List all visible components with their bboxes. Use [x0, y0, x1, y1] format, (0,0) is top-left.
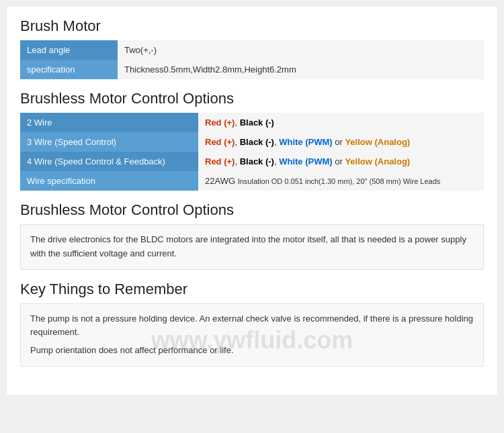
key-things-title: Key Things to Remember: [20, 281, 484, 298]
red-text: Red (+): [205, 156, 235, 166]
key-things-box: The pump is not a pressure holding devic…: [20, 303, 484, 367]
wire-value-2: Red (+), Black (-): [198, 113, 484, 132]
wire-value-3: Red (+), Black (-), White (PWM) or Yello…: [198, 132, 484, 152]
black-text: Black (-): [240, 156, 274, 166]
white-text: White (PWM): [279, 137, 332, 147]
wire-spec-label: Wire specification: [20, 171, 198, 191]
brushless-description-text: The drive electronics for the BLDC motor…: [30, 233, 474, 261]
white-text: White (PWM): [279, 156, 332, 166]
table-row: specification Thickness0.5mm,Width2.8mm,…: [20, 60, 484, 79]
wire-label-2: 2 Wire: [20, 113, 198, 132]
brush-value-2: Thickness0.5mm,Width2.8mm,Height6.2mm: [118, 60, 484, 79]
wire-label-4: 4 Wire (Speed Control & Feedback): [20, 152, 198, 171]
table-row: 3 Wire (Speed Control) Red (+), Black (-…: [20, 132, 484, 152]
wire-spec-value: 22AWG Insulation OD 0.051 inch(1.30 mm),…: [198, 171, 484, 191]
table-row: Wire specification 22AWG Insulation OD 0…: [20, 171, 484, 191]
page-container: Brush Motor Lead angle Two(+,-) specific…: [7, 7, 497, 395]
brush-motor-table: Lead angle Two(+,-) specification Thickn…: [20, 40, 484, 79]
black-text: Black (-): [240, 117, 274, 128]
brush-value-1: Two(+,-): [118, 40, 484, 60]
wire-label-3: 3 Wire (Speed Control): [20, 132, 198, 152]
red-text: Red (+): [205, 117, 235, 128]
key-point-1: The pump is not a pressure holding devic…: [30, 312, 474, 340]
brushless-description-box: The drive electronics for the BLDC motor…: [20, 224, 484, 270]
brush-label-1: Lead angle: [20, 40, 118, 60]
wire-value-4: Red (+), Black (-), White (PWM) or Yello…: [198, 152, 484, 171]
red-text: Red (+): [205, 137, 235, 147]
brush-motor-title: Brush Motor: [20, 17, 484, 35]
table-row: 4 Wire (Speed Control & Feedback) Red (+…: [20, 152, 484, 171]
wire-spec-detail: Insulation OD 0.051 inch(1.30 mm), 20" (…: [238, 177, 441, 185]
key-point-2: Pump orientation does not affect perform…: [30, 344, 474, 358]
yellow-text: Yellow (Analog): [345, 137, 410, 147]
brush-label-2: specification: [20, 60, 118, 79]
table-row: 2 Wire Red (+), Black (-): [20, 113, 484, 132]
wire-awg: 22AWG: [205, 176, 235, 186]
brushless-control-title-2: Brushless Motor Control Options: [20, 201, 484, 219]
yellow-text: Yellow (Analog): [345, 156, 410, 166]
brushless-motor-table: 2 Wire Red (+), Black (-) 3 Wire (Speed …: [20, 113, 484, 191]
table-row: Lead angle Two(+,-): [20, 40, 484, 60]
brushless-control-title-1: Brushless Motor Control Options: [20, 90, 484, 107]
black-text: Black (-): [240, 137, 274, 147]
